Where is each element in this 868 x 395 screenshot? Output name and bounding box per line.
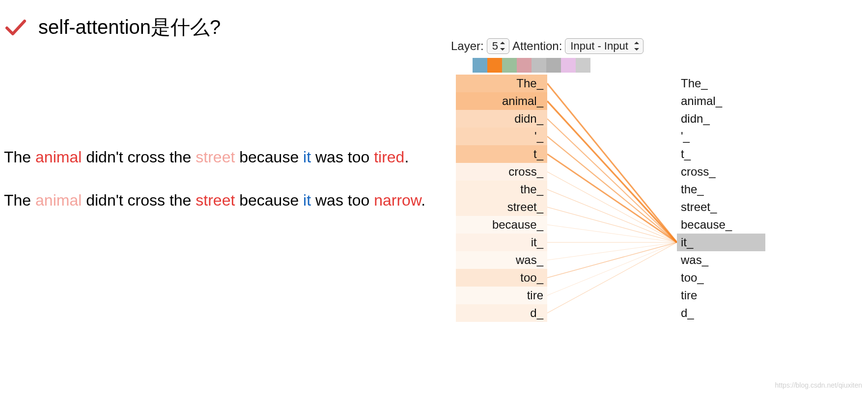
attention-line xyxy=(547,207,677,242)
attention-line xyxy=(547,225,677,242)
sentence-2: The animal didn't cross the street becau… xyxy=(4,190,425,210)
word-animal: animal xyxy=(35,148,82,166)
text-fragment: was too xyxy=(311,148,374,166)
text-fragment: was too xyxy=(311,191,374,209)
check-icon xyxy=(5,18,27,37)
source-token[interactable]: t_ xyxy=(456,145,547,163)
source-token[interactable]: tire xyxy=(456,287,547,304)
head-swatch[interactable] xyxy=(487,58,502,73)
head-swatch[interactable] xyxy=(473,58,487,73)
text-fragment: because xyxy=(235,191,303,209)
source-token[interactable]: because_ xyxy=(456,216,547,234)
source-token[interactable]: cross_ xyxy=(456,163,547,181)
word-street: street xyxy=(196,191,235,209)
source-token[interactable]: didn_ xyxy=(456,110,547,128)
target-token[interactable]: cross_ xyxy=(677,163,765,181)
target-token[interactable]: because_ xyxy=(677,216,765,234)
source-token[interactable]: was_ xyxy=(456,251,547,269)
word-tired: tired xyxy=(374,148,404,166)
head-palette xyxy=(473,58,765,73)
text-fragment: didn't cross the xyxy=(82,191,196,209)
target-token[interactable]: street_ xyxy=(677,198,765,216)
target-token[interactable]: tire xyxy=(677,287,765,304)
slide-title: self-attention是什么? xyxy=(38,14,221,41)
target-token-column: The_animal_didn_'_t_cross_the_street_bec… xyxy=(677,75,765,322)
target-token[interactable]: animal_ xyxy=(677,92,765,110)
text-fragment: . xyxy=(421,191,425,209)
head-swatch[interactable] xyxy=(561,58,576,73)
attention-select[interactable]: Input - Input xyxy=(565,38,643,54)
attention-line xyxy=(547,83,677,242)
text-fragment: . xyxy=(404,148,409,166)
watermark: https://blog.csdn.net/qiuxiten xyxy=(775,381,862,389)
viz-controls: Layer: 5 Attention: Input - Input xyxy=(451,38,765,54)
text-fragment: because xyxy=(235,148,303,166)
sentence-1: The animal didn't cross the street becau… xyxy=(4,147,425,167)
text-fragment: The xyxy=(4,148,35,166)
word-it: it xyxy=(303,148,311,166)
word-animal: animal xyxy=(35,191,82,209)
slide-title-row: self-attention是什么? xyxy=(5,14,221,41)
attention-line xyxy=(547,242,677,313)
attention-line xyxy=(547,136,677,242)
source-token-column: The_animal_didn_'_t_cross_the_street_bec… xyxy=(456,75,547,322)
token-columns: The_animal_didn_'_t_cross_the_street_bec… xyxy=(451,75,765,340)
source-token[interactable]: too_ xyxy=(456,269,547,287)
source-token[interactable]: The_ xyxy=(456,75,547,92)
attention-visualization: Layer: 5 Attention: Input - Input The_an… xyxy=(451,38,765,340)
layer-label: Layer: xyxy=(451,39,484,53)
target-token[interactable]: it_ xyxy=(677,234,765,251)
example-sentences: The animal didn't cross the street becau… xyxy=(4,147,425,234)
head-swatch[interactable] xyxy=(502,58,517,73)
source-token[interactable]: it_ xyxy=(456,234,547,251)
source-token[interactable]: '_ xyxy=(456,128,547,145)
attention-line xyxy=(547,154,677,242)
target-token[interactable]: d_ xyxy=(677,304,765,322)
attention-label: Attention: xyxy=(512,39,562,53)
target-token[interactable]: didn_ xyxy=(677,110,765,128)
target-token[interactable]: The_ xyxy=(677,75,765,92)
target-token[interactable]: was_ xyxy=(677,251,765,269)
head-swatch[interactable] xyxy=(546,58,561,73)
head-swatch[interactable] xyxy=(517,58,532,73)
layer-select[interactable]: 5 xyxy=(487,38,509,54)
attention-line xyxy=(547,242,677,278)
source-token[interactable]: d_ xyxy=(456,304,547,322)
text-fragment: didn't cross the xyxy=(82,148,196,166)
attention-line xyxy=(547,101,677,242)
head-swatch[interactable] xyxy=(532,58,546,73)
attention-line xyxy=(547,119,677,242)
source-token[interactable]: the_ xyxy=(456,181,547,198)
target-token[interactable]: too_ xyxy=(677,269,765,287)
attention-lines xyxy=(547,75,677,340)
target-token[interactable]: t_ xyxy=(677,145,765,163)
attention-line xyxy=(547,242,677,295)
attention-line xyxy=(547,172,677,242)
source-token[interactable]: street_ xyxy=(456,198,547,216)
text-fragment: The xyxy=(4,191,35,209)
word-narrow: narrow xyxy=(374,191,421,209)
attention-line xyxy=(547,242,677,260)
word-street: street xyxy=(196,148,235,166)
attention-line xyxy=(547,189,677,242)
target-token[interactable]: '_ xyxy=(677,128,765,145)
attention-value: Input - Input xyxy=(570,40,628,52)
word-it: it xyxy=(303,191,311,209)
source-token[interactable]: animal_ xyxy=(456,92,547,110)
layer-value: 5 xyxy=(492,40,498,52)
head-swatch[interactable] xyxy=(576,58,590,73)
target-token[interactable]: the_ xyxy=(677,181,765,198)
